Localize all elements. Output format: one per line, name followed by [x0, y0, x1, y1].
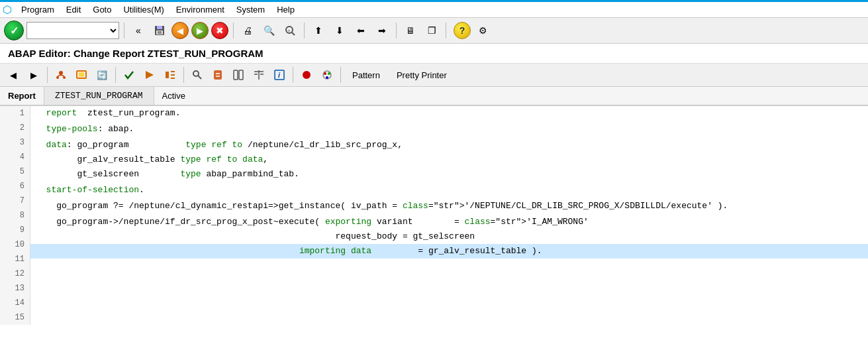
code-line[interactable]: go_program->/neptune/if_dr_src_prog_x_po… [30, 215, 868, 229]
svg-point-34 [324, 72, 326, 75]
line-number: 11 [0, 252, 30, 266]
sep-t2-2 [115, 67, 116, 83]
merge-btn[interactable] [250, 66, 268, 84]
svg-rect-25 [239, 70, 243, 80]
code-line[interactable]: importing data = gr_alv_result_table ). [30, 244, 868, 259]
activate-btn[interactable] [140, 66, 159, 84]
test-btn[interactable] [161, 66, 179, 84]
find-replace-btn[interactable] [188, 66, 207, 84]
where-used-btn[interactable] [52, 66, 70, 84]
line-number: 6 [0, 179, 30, 194]
line-number: 13 [0, 281, 30, 296]
menu-utilities[interactable]: Utilities(M) [118, 3, 169, 16]
sep-t2-1 [47, 67, 48, 83]
svg-point-9 [63, 76, 66, 79]
svg-rect-24 [234, 70, 238, 80]
pretty-printer-button[interactable]: Pretty Printer [389, 66, 454, 84]
page-down-button[interactable]: ⬇ [330, 21, 349, 40]
code-content[interactable]: report ztest_run_program. type-pools: ab… [30, 106, 868, 325]
history-dropdown[interactable] [26, 22, 119, 39]
code-line[interactable]: gt_selscreen type abap_parmbind_tab. [30, 167, 868, 182]
next-button[interactable]: ▶ [191, 22, 209, 39]
print-button[interactable]: 🖨 [238, 21, 257, 40]
title-bar: ABAP Editor: Change Report ZTEST_RUN_PRO… [0, 44, 868, 64]
svg-rect-3 [158, 31, 162, 34]
palette-btn[interactable] [318, 66, 336, 84]
sep-t2-3 [183, 67, 184, 83]
window-button[interactable]: ❐ [422, 21, 441, 40]
check-syntax-btn[interactable] [120, 66, 138, 84]
separator-1 [124, 23, 124, 38]
report-name: ZTEST_RUN_PROGRAM [44, 87, 154, 105]
find-next-button[interactable]: + [281, 21, 299, 40]
debug-btn[interactable] [209, 66, 227, 84]
split-screen-btn[interactable] [229, 66, 248, 84]
red-dot-btn[interactable] [297, 66, 316, 84]
code-line[interactable]: go_program ?= /neptune/cl_dynamic_restap… [30, 199, 868, 213]
line-number: 12 [0, 266, 30, 281]
svg-rect-21 [214, 70, 222, 80]
svg-line-20 [198, 76, 201, 79]
stop-button[interactable]: ✖ [211, 22, 228, 39]
separator-2 [233, 23, 234, 38]
sep-t2-4 [293, 67, 293, 83]
code-line[interactable]: request_body = gt_selscreen [30, 229, 868, 244]
back-begin-button[interactable]: « [129, 21, 148, 40]
forward-btn[interactable]: ▶ [24, 66, 43, 84]
line-number: 4 [0, 150, 30, 164]
svg-point-35 [328, 72, 330, 75]
page-left-button[interactable]: ⬅ [352, 21, 370, 40]
layout-button[interactable]: 🖥 [401, 21, 420, 40]
page-right-button[interactable]: ➡ [373, 21, 391, 40]
app-title: ABAP Editor: Change Report ZTEST_RUN_PRO… [8, 48, 264, 59]
back-btn[interactable]: ◀ [4, 66, 23, 84]
svg-point-19 [193, 71, 199, 76]
line-number: 8 [0, 208, 30, 223]
svg-rect-1 [157, 26, 162, 29]
menu-program[interactable]: Program [16, 3, 60, 16]
code-line[interactable]: data: go_program type ref to /neptune/cl… [30, 138, 868, 152]
code-line[interactable]: start-of-selection. [30, 183, 868, 198]
code-line[interactable]: gr_alv_result_table type ref to data, [30, 152, 868, 167]
line-number: 1 [0, 106, 30, 121]
page-up-button[interactable]: ⬆ [309, 21, 328, 40]
editor-toolbar: ◀ ▶ 🔄 i Pattern Pretty Printer [0, 64, 868, 87]
svg-point-32 [303, 71, 311, 79]
line-number: 14 [0, 296, 30, 310]
svg-rect-13 [79, 72, 84, 77]
prev-button[interactable]: ◀ [171, 22, 189, 39]
svg-text:i: i [278, 71, 281, 79]
menu-help[interactable]: Help [271, 3, 300, 16]
loop-btn[interactable]: 🔄 [93, 66, 111, 84]
svg-point-8 [56, 76, 59, 79]
help-button[interactable]: ? [454, 22, 471, 39]
report-status: Active [154, 87, 193, 105]
sep-t2-5 [340, 67, 341, 83]
save-button[interactable] [150, 21, 169, 40]
svg-rect-15 [166, 72, 169, 78]
line-number: 2 [0, 121, 30, 135]
menu-goto[interactable]: Goto [87, 3, 117, 16]
main-toolbar: ✓ « ◀ ▶ ✖ 🖨 🔍 + ⬆ ⬇ ⬅ ➡ 🖥 ❐ ? ⚙ [0, 18, 868, 44]
pattern-button[interactable]: Pattern [345, 66, 387, 84]
line-numbers: 123456789101112131415 [0, 106, 30, 325]
code-line[interactable]: type-pools: abap. [30, 122, 868, 137]
display-obj-btn[interactable] [72, 66, 91, 84]
menu-system[interactable]: System [231, 3, 270, 16]
separator-4 [396, 23, 397, 38]
code-line[interactable]: report ztest_run_program. [30, 106, 868, 121]
find-button[interactable]: 🔍 [260, 21, 278, 40]
line-number: 7 [0, 194, 30, 208]
sap-logo-icon: ⬡ [3, 3, 12, 16]
svg-text:+: + [287, 28, 291, 34]
line-number: 9 [0, 223, 30, 237]
menu-edit[interactable]: Edit [61, 3, 86, 16]
menu-environment[interactable]: Environment [171, 3, 230, 16]
info-btn[interactable]: i [270, 66, 289, 84]
svg-line-11 [61, 75, 64, 76]
report-label: Report [0, 87, 44, 105]
svg-point-7 [59, 71, 63, 75]
execute-button[interactable]: ✓ [4, 21, 24, 40]
settings-button[interactable]: ⚙ [473, 21, 492, 40]
svg-point-36 [326, 76, 328, 79]
